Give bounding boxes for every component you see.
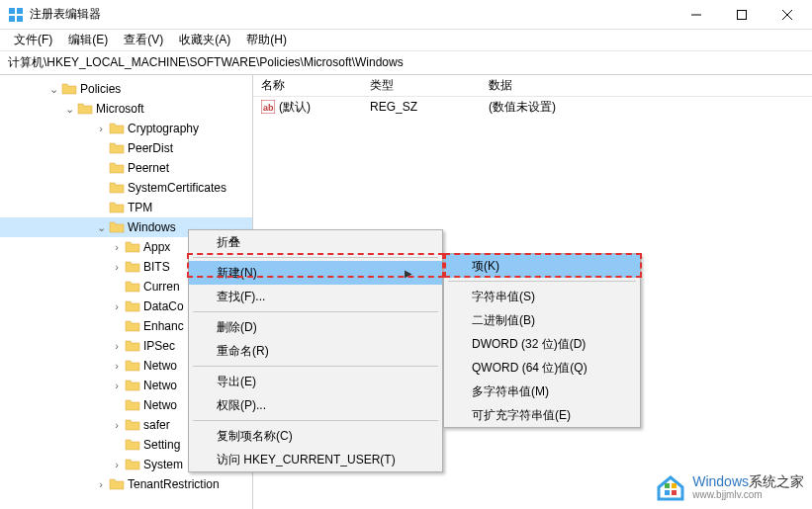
- tree-label: Netwo: [143, 398, 177, 412]
- tree-item-policies[interactable]: ⌄Policies: [0, 79, 252, 99]
- tree-label: Enhanc: [143, 319, 184, 333]
- svg-rect-1: [17, 8, 23, 14]
- folder-icon: [125, 417, 140, 433]
- minimize-button[interactable]: [674, 0, 719, 30]
- expand-icon[interactable]: ›: [93, 123, 109, 134]
- folder-icon: [125, 358, 140, 374]
- tree-label: IPSec: [143, 339, 175, 353]
- folder-icon: [125, 437, 140, 453]
- cell-data: (数值未设置): [481, 99, 812, 116]
- column-headers: 名称 类型 数据: [253, 75, 812, 97]
- string-value-icon: ab: [261, 100, 275, 114]
- svg-rect-10: [665, 483, 670, 488]
- ctx-find[interactable]: 查找(F)...: [189, 285, 442, 308]
- expand-icon[interactable]: ›: [109, 261, 125, 273]
- folder-icon: [125, 457, 140, 472]
- maximize-button[interactable]: [719, 0, 765, 30]
- ctx-new-expand[interactable]: 可扩充字符串值(E): [444, 403, 640, 427]
- tree-item[interactable]: ›TenantRestriction: [0, 474, 252, 494]
- list-row[interactable]: ab(默认) REG_SZ (数值未设置): [253, 97, 812, 117]
- folder-icon: [125, 239, 140, 255]
- menu-file[interactable]: 文件(F): [6, 30, 60, 50]
- ctx-copy-key-name[interactable]: 复制项名称(C): [189, 424, 442, 448]
- menu-favorites[interactable]: 收藏夹(A): [171, 30, 238, 50]
- ctx-new-qword[interactable]: QWORD (64 位)值(Q): [444, 356, 640, 380]
- folder-icon: [125, 298, 140, 314]
- expand-icon[interactable]: ›: [109, 300, 125, 312]
- tree-label: TenantRestriction: [128, 477, 220, 491]
- menu-help[interactable]: 帮助(H): [238, 30, 295, 50]
- address-path: 计算机\HKEY_LOCAL_MACHINE\SOFTWARE\Policies…: [8, 54, 404, 71]
- tree-item[interactable]: SystemCertificates: [0, 178, 252, 198]
- ctx-new-multi[interactable]: 多字符串值(M): [444, 380, 640, 403]
- folder-icon: [125, 378, 140, 393]
- folder-icon: [125, 397, 140, 413]
- ctx-export[interactable]: 导出(E): [189, 370, 442, 393]
- addressbar[interactable]: 计算机\HKEY_LOCAL_MACHINE\SOFTWARE\Policies…: [0, 51, 812, 75]
- svg-rect-2: [9, 16, 15, 22]
- col-data[interactable]: 数据: [481, 77, 812, 94]
- ctx-new[interactable]: 新建(N)▶: [189, 261, 442, 285]
- folder-icon: [77, 101, 93, 117]
- svg-rect-0: [9, 8, 15, 14]
- svg-rect-13: [672, 490, 677, 495]
- collapse-icon[interactable]: ⌄: [93, 221, 109, 234]
- ctx-new-binary[interactable]: 二进制值(B): [444, 308, 640, 332]
- expand-icon[interactable]: ›: [93, 478, 109, 490]
- menu-view[interactable]: 查看(V): [116, 30, 171, 50]
- expand-icon[interactable]: ›: [109, 340, 125, 352]
- svg-rect-3: [17, 16, 23, 22]
- tree-label: Cryptography: [128, 122, 199, 135]
- context-submenu-new: 项(K) 字符串值(S) 二进制值(B) DWORD (32 位)值(D) QW…: [443, 253, 641, 428]
- ctx-delete[interactable]: 删除(D): [189, 315, 442, 339]
- collapse-icon[interactable]: ⌄: [61, 103, 77, 116]
- close-button[interactable]: [765, 0, 810, 30]
- collapse-icon[interactable]: ⌄: [45, 83, 61, 96]
- tree-item[interactable]: PeerDist: [0, 138, 252, 158]
- tree-label: Netwo: [143, 359, 177, 373]
- tree-label: TPM: [128, 201, 152, 214]
- folder-icon: [109, 200, 125, 215]
- tree-label: Netwo: [143, 379, 177, 392]
- col-type[interactable]: 类型: [362, 77, 481, 94]
- tree-label: Appx: [143, 240, 170, 254]
- watermark-tagline: 系统之家: [749, 473, 804, 489]
- tree-item[interactable]: ›Cryptography: [0, 119, 252, 138]
- tree-label: Microsoft: [96, 102, 144, 116]
- folder-icon: [109, 219, 125, 235]
- svg-text:ab: ab: [263, 103, 274, 113]
- tree-label: Windows: [128, 220, 176, 234]
- svg-rect-12: [665, 490, 670, 495]
- tree-label: PeerDist: [128, 141, 173, 155]
- ctx-new-key[interactable]: 项(K): [444, 254, 640, 278]
- menu-separator: [193, 257, 438, 258]
- ctx-rename[interactable]: 重命名(R): [189, 339, 442, 363]
- tree-label: System: [143, 458, 183, 471]
- expand-icon[interactable]: ›: [109, 459, 125, 470]
- tree-label: Curren: [143, 280, 180, 294]
- ctx-goto-hkcu[interactable]: 访问 HKEY_CURRENT_USER(T): [189, 448, 442, 471]
- tree-label: Setting: [143, 438, 180, 452]
- expand-icon[interactable]: ›: [109, 360, 125, 372]
- menu-edit[interactable]: 编辑(E): [60, 30, 116, 50]
- menu-separator: [448, 281, 636, 282]
- expand-icon[interactable]: ›: [109, 380, 125, 391]
- tree-item[interactable]: TPM: [0, 198, 252, 217]
- col-name[interactable]: 名称: [253, 77, 362, 94]
- ctx-new-dword[interactable]: DWORD (32 位)值(D): [444, 332, 640, 356]
- cell-name: ab(默认): [253, 99, 362, 116]
- expand-icon[interactable]: ›: [109, 419, 125, 431]
- folder-icon: [109, 160, 125, 176]
- ctx-permissions[interactable]: 权限(P)...: [189, 393, 442, 417]
- menu-separator: [193, 366, 438, 367]
- tree-label: Peernet: [128, 161, 169, 175]
- tree-item[interactable]: Peernet: [0, 158, 252, 178]
- ctx-collapse[interactable]: 折叠: [189, 230, 442, 254]
- tree-label: Policies: [80, 82, 121, 96]
- folder-icon: [109, 476, 125, 492]
- tree-item-microsoft[interactable]: ⌄Microsoft: [0, 99, 252, 119]
- ctx-new-string[interactable]: 字符串值(S): [444, 285, 640, 308]
- expand-icon[interactable]: ›: [109, 241, 125, 253]
- folder-icon: [125, 279, 140, 295]
- window-controls: [674, 0, 810, 30]
